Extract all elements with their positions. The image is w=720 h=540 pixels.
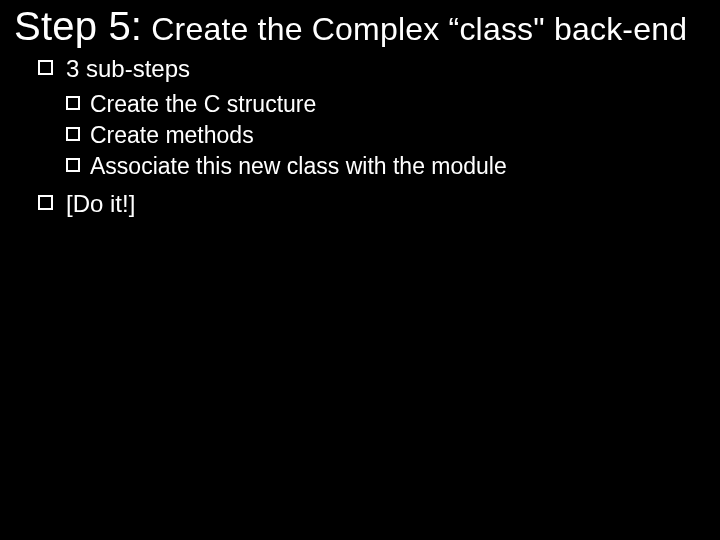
bullet-level1: [Do it!] — [38, 190, 706, 218]
bullet-text: 3 sub-steps — [66, 55, 190, 82]
bullet-level2: Associate this new class with the module — [66, 151, 706, 182]
sub-bullet-group: Create the C structure Create methods As… — [38, 89, 706, 182]
slide: Step 5: Create the Complex “class" back-… — [0, 0, 720, 540]
title-step: Step 5: — [14, 4, 142, 48]
title-rest: Create the Complex “class" back-end — [142, 11, 687, 47]
bullet-text: Associate this new class with the module — [90, 153, 507, 179]
bullet-level1: 3 sub-steps — [38, 55, 706, 83]
bullet-level2: Create methods — [66, 120, 706, 151]
bullet-text: Create the C structure — [90, 91, 316, 117]
slide-body: 3 sub-steps Create the C structure Creat… — [14, 55, 706, 218]
bullet-text: Create methods — [90, 122, 254, 148]
bullet-level2: Create the C structure — [66, 89, 706, 120]
bullet-text: [Do it!] — [66, 190, 135, 217]
slide-title: Step 5: Create the Complex “class" back-… — [14, 4, 706, 49]
